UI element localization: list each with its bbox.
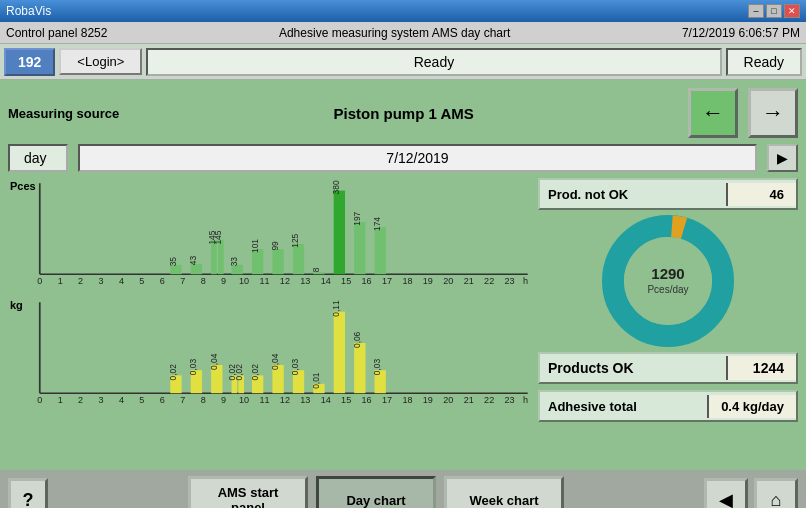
products-ok-value: 1244 [726, 356, 796, 380]
svg-text:0,02: 0,02 [249, 364, 259, 380]
piston-label: Piston pump 1 AMS [129, 105, 678, 122]
nav-back-button[interactable]: ← [688, 88, 738, 138]
nav-forward-button[interactable]: → [748, 88, 798, 138]
svg-rect-22 [354, 222, 365, 274]
svg-rect-71 [334, 312, 345, 394]
svg-text:125: 125 [290, 234, 300, 248]
home-button[interactable]: ⌂ [754, 478, 798, 508]
svg-rect-73 [354, 343, 365, 393]
svg-text:5: 5 [139, 276, 144, 286]
minimize-button[interactable]: – [748, 4, 764, 18]
bottom-center: AMS startpanel Day chart Week chart [56, 476, 696, 508]
ams-start-panel-button[interactable]: AMS startpanel [188, 476, 308, 508]
adhesive-total-row: Adhesive total 0.4 kg/day [538, 390, 798, 422]
svg-text:0,02: 0,02 [168, 364, 178, 380]
svg-text:18: 18 [402, 276, 412, 286]
svg-text:2: 2 [78, 276, 83, 286]
svg-text:23: 23 [505, 276, 515, 286]
svg-text:1: 1 [58, 395, 63, 405]
back-arrow-button[interactable]: ◀ [704, 478, 748, 508]
svg-text:1290: 1290 [651, 265, 684, 282]
measuring-source-label: Measuring source [8, 106, 119, 121]
bottom-right: ◀ ⌂ [704, 478, 798, 508]
help-button[interactable]: ? [8, 478, 48, 508]
svg-text:10: 10 [239, 276, 249, 286]
donut-chart: 1290 Pces/day [598, 211, 738, 351]
svg-text:22: 22 [484, 276, 494, 286]
svg-text:20: 20 [443, 276, 453, 286]
main-area: Measuring source Piston pump 1 AMS ← → d… [0, 80, 806, 470]
svg-rect-14 [272, 249, 283, 274]
prod-not-ok-row: Prod. not OK 46 [538, 178, 798, 210]
date-arrow-button[interactable]: ▶ [767, 144, 798, 172]
adhesive-total-label: Adhesive total [540, 395, 707, 418]
svg-text:99: 99 [270, 241, 280, 250]
maximize-button[interactable]: □ [766, 4, 782, 18]
svg-text:8: 8 [201, 395, 206, 405]
svg-text:3: 3 [99, 276, 104, 286]
svg-text:20: 20 [443, 395, 453, 405]
status-ready-center: Ready [146, 48, 721, 76]
week-chart-button[interactable]: Week chart [444, 476, 564, 508]
svg-text:8: 8 [311, 268, 321, 273]
svg-text:6: 6 [160, 395, 165, 405]
svg-text:0,06: 0,06 [351, 332, 361, 348]
svg-text:1: 1 [58, 276, 63, 286]
svg-rect-8 [218, 240, 224, 275]
close-button[interactable]: ✕ [784, 4, 800, 18]
window-controls: – □ ✕ [748, 4, 800, 18]
app-title: RobaVis [6, 4, 51, 18]
svg-text:19: 19 [423, 395, 433, 405]
date-row: day 7/12/2019 ▶ [8, 144, 798, 172]
svg-text:13: 13 [300, 276, 310, 286]
svg-text:8: 8 [201, 276, 206, 286]
svg-text:0,02: 0,02 [233, 364, 243, 380]
mode-label: day [8, 144, 68, 172]
svg-text:0,01: 0,01 [311, 372, 321, 388]
svg-text:380: 380 [331, 180, 341, 194]
svg-text:101: 101 [249, 239, 259, 253]
svg-text:6: 6 [160, 276, 165, 286]
svg-text:7: 7 [180, 276, 185, 286]
svg-text:22: 22 [484, 395, 494, 405]
svg-text:9: 9 [221, 395, 226, 405]
svg-text:Pces/day: Pces/day [647, 284, 688, 295]
svg-text:15: 15 [341, 395, 351, 405]
svg-text:5: 5 [139, 395, 144, 405]
menu-bar: Control panel 8252 Adhesive measuring sy… [0, 22, 806, 44]
svg-text:0,03: 0,03 [372, 359, 382, 375]
svg-text:17: 17 [382, 395, 392, 405]
svg-text:19: 19 [423, 276, 433, 286]
day-chart-button[interactable]: Day chart [316, 476, 436, 508]
svg-text:174: 174 [372, 217, 382, 231]
prod-not-ok-label: Prod. not OK [540, 183, 726, 206]
svg-text:3: 3 [99, 395, 104, 405]
svg-text:0: 0 [37, 276, 42, 286]
top-row: Measuring source Piston pump 1 AMS ← → [8, 88, 798, 138]
id-button[interactable]: 192 [4, 48, 55, 76]
svg-text:14: 14 [321, 276, 331, 286]
svg-text:23: 23 [505, 395, 515, 405]
bottom-chart: 0,02 0,03 0,04 0,02 0,02 0,02 0,04 0,03 [8, 297, 530, 412]
svg-text:h: h [523, 276, 528, 286]
svg-text:4: 4 [119, 395, 124, 405]
svg-rect-24 [375, 227, 386, 274]
svg-text:197: 197 [351, 212, 361, 226]
svg-text:17: 17 [382, 276, 392, 286]
svg-text:14: 14 [321, 395, 331, 405]
svg-text:0,04: 0,04 [208, 354, 218, 370]
svg-text:11: 11 [259, 276, 269, 286]
svg-text:h: h [523, 395, 528, 405]
svg-text:9: 9 [221, 276, 226, 286]
svg-text:0,04: 0,04 [270, 354, 280, 370]
control-panel-label: Control panel 8252 [6, 26, 107, 40]
svg-rect-20 [334, 191, 345, 275]
content-row: Pces 35 43 145 145 [8, 178, 798, 462]
pces-axis-label: Pces [10, 180, 36, 192]
login-button[interactable]: <Login> [59, 48, 142, 75]
svg-rect-18 [313, 272, 324, 274]
date-field: 7/12/2019 [78, 144, 757, 172]
svg-text:2: 2 [78, 395, 83, 405]
svg-text:4: 4 [119, 276, 124, 286]
svg-text:16: 16 [362, 276, 372, 286]
